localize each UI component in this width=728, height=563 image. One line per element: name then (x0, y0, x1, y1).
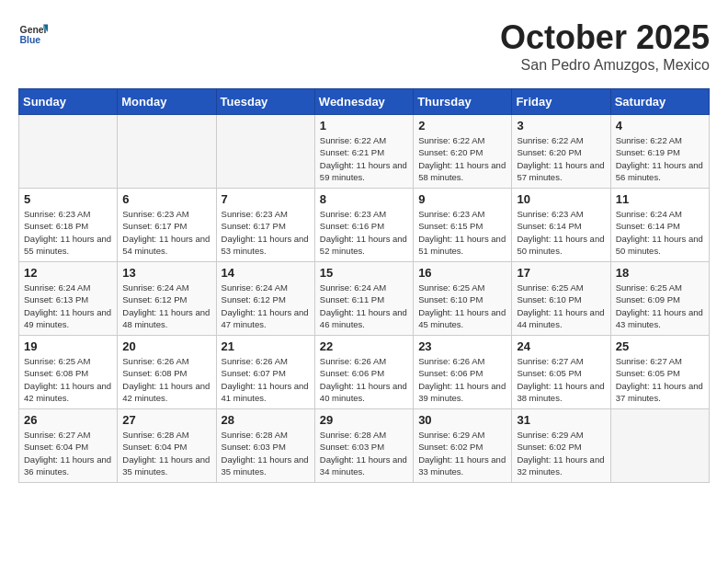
day-number: 24 (517, 339, 605, 353)
day-info: Sunrise: 6:25 AM Sunset: 6:10 PM Dayligh… (517, 282, 605, 330)
day-info: Sunrise: 6:22 AM Sunset: 6:20 PM Dayligh… (517, 134, 605, 183)
day-number: 28 (222, 413, 310, 427)
day-number: 19 (24, 339, 112, 353)
day-info: Sunrise: 6:22 AM Sunset: 6:19 PM Dayligh… (616, 134, 704, 183)
weekday-tuesday: Tuesday (216, 89, 314, 115)
page-header: General Blue October 2025 San Pedro Amuz… (18, 18, 710, 74)
calendar-week-3: 12Sunrise: 6:24 AM Sunset: 6:13 PM Dayli… (19, 262, 710, 336)
day-number: 8 (320, 192, 408, 206)
day-info: Sunrise: 6:25 AM Sunset: 6:10 PM Dayligh… (418, 282, 506, 330)
calendar-cell: 11Sunrise: 6:24 AM Sunset: 6:14 PM Dayli… (610, 189, 709, 262)
calendar-cell: 12Sunrise: 6:24 AM Sunset: 6:13 PM Dayli… (19, 262, 118, 336)
day-number: 25 (616, 339, 704, 353)
calendar-cell: 20Sunrise: 6:26 AM Sunset: 6:08 PM Dayli… (118, 336, 216, 409)
day-number: 4 (616, 119, 704, 132)
weekday-header-row: SundayMondayTuesdayWednesdayThursdayFrid… (19, 89, 710, 115)
day-number: 6 (122, 192, 210, 206)
day-info: Sunrise: 6:27 AM Sunset: 6:04 PM Dayligh… (24, 429, 112, 477)
calendar-cell: 16Sunrise: 6:25 AM Sunset: 6:10 PM Dayli… (414, 262, 512, 336)
logo-icon: General Blue (18, 18, 48, 48)
day-info: Sunrise: 6:24 AM Sunset: 6:12 PM Dayligh… (122, 282, 210, 330)
day-info: Sunrise: 6:28 AM Sunset: 6:03 PM Dayligh… (222, 429, 310, 477)
day-number: 16 (418, 266, 506, 280)
calendar-cell: 17Sunrise: 6:25 AM Sunset: 6:10 PM Dayli… (512, 262, 610, 336)
day-info: Sunrise: 6:25 AM Sunset: 6:08 PM Dayligh… (24, 355, 112, 404)
day-number: 9 (418, 192, 506, 206)
calendar-cell: 24Sunrise: 6:27 AM Sunset: 6:05 PM Dayli… (512, 336, 610, 409)
day-number: 12 (24, 266, 112, 280)
calendar-cell: 1Sunrise: 6:22 AM Sunset: 6:21 PM Daylig… (314, 115, 413, 189)
calendar-week-2: 5Sunrise: 6:23 AM Sunset: 6:18 PM Daylig… (19, 189, 710, 262)
day-number: 20 (122, 339, 210, 353)
day-info: Sunrise: 6:23 AM Sunset: 6:18 PM Dayligh… (24, 208, 112, 257)
day-info: Sunrise: 6:26 AM Sunset: 6:06 PM Dayligh… (320, 355, 408, 404)
weekday-thursday: Thursday (414, 89, 512, 115)
day-info: Sunrise: 6:23 AM Sunset: 6:16 PM Dayligh… (320, 208, 408, 257)
day-info: Sunrise: 6:23 AM Sunset: 6:17 PM Dayligh… (122, 208, 210, 257)
calendar-cell (216, 115, 314, 189)
day-number: 7 (222, 192, 310, 206)
calendar-cell: 6Sunrise: 6:23 AM Sunset: 6:17 PM Daylig… (118, 189, 216, 262)
day-info: Sunrise: 6:22 AM Sunset: 6:20 PM Dayligh… (418, 134, 506, 183)
day-number: 11 (616, 192, 704, 206)
calendar-body: 1Sunrise: 6:22 AM Sunset: 6:21 PM Daylig… (19, 115, 710, 483)
weekday-friday: Friday (512, 89, 610, 115)
day-number: 15 (320, 266, 408, 280)
weekday-saturday: Saturday (610, 89, 709, 115)
calendar-cell: 31Sunrise: 6:29 AM Sunset: 6:02 PM Dayli… (512, 409, 610, 483)
calendar-cell: 27Sunrise: 6:28 AM Sunset: 6:04 PM Dayli… (118, 409, 216, 483)
day-info: Sunrise: 6:26 AM Sunset: 6:06 PM Dayligh… (418, 355, 506, 404)
calendar-cell: 19Sunrise: 6:25 AM Sunset: 6:08 PM Dayli… (19, 336, 118, 409)
calendar-cell: 10Sunrise: 6:23 AM Sunset: 6:14 PM Dayli… (512, 189, 610, 262)
svg-text:Blue: Blue (20, 35, 41, 45)
calendar-cell: 4Sunrise: 6:22 AM Sunset: 6:19 PM Daylig… (610, 115, 709, 189)
calendar-cell: 7Sunrise: 6:23 AM Sunset: 6:17 PM Daylig… (216, 189, 314, 262)
day-info: Sunrise: 6:23 AM Sunset: 6:15 PM Dayligh… (418, 208, 506, 257)
day-number: 31 (517, 413, 605, 427)
calendar-week-1: 1Sunrise: 6:22 AM Sunset: 6:21 PM Daylig… (19, 115, 710, 189)
day-info: Sunrise: 6:24 AM Sunset: 6:14 PM Dayligh… (616, 208, 704, 257)
calendar-cell: 2Sunrise: 6:22 AM Sunset: 6:20 PM Daylig… (414, 115, 512, 189)
day-number: 1 (320, 119, 408, 132)
calendar-cell: 15Sunrise: 6:24 AM Sunset: 6:11 PM Dayli… (314, 262, 413, 336)
day-info: Sunrise: 6:28 AM Sunset: 6:04 PM Dayligh… (122, 429, 210, 477)
day-info: Sunrise: 6:29 AM Sunset: 6:02 PM Dayligh… (418, 429, 506, 477)
day-number: 27 (122, 413, 210, 427)
day-number: 3 (517, 119, 605, 132)
calendar-cell: 13Sunrise: 6:24 AM Sunset: 6:12 PM Dayli… (118, 262, 216, 336)
calendar-week-5: 26Sunrise: 6:27 AM Sunset: 6:04 PM Dayli… (19, 409, 710, 483)
day-number: 13 (122, 266, 210, 280)
day-info: Sunrise: 6:27 AM Sunset: 6:05 PM Dayligh… (616, 355, 704, 404)
weekday-wednesday: Wednesday (314, 89, 413, 115)
calendar-cell (118, 115, 216, 189)
weekday-monday: Monday (118, 89, 216, 115)
logo: General Blue (18, 18, 48, 48)
calendar-cell: 25Sunrise: 6:27 AM Sunset: 6:05 PM Dayli… (610, 336, 709, 409)
day-info: Sunrise: 6:22 AM Sunset: 6:21 PM Dayligh… (320, 134, 408, 183)
calendar-cell: 14Sunrise: 6:24 AM Sunset: 6:12 PM Dayli… (216, 262, 314, 336)
day-info: Sunrise: 6:26 AM Sunset: 6:07 PM Dayligh… (222, 355, 310, 404)
calendar-cell (19, 115, 118, 189)
day-number: 18 (616, 266, 704, 280)
day-info: Sunrise: 6:24 AM Sunset: 6:12 PM Dayligh… (222, 282, 310, 330)
day-info: Sunrise: 6:25 AM Sunset: 6:09 PM Dayligh… (616, 282, 704, 330)
day-info: Sunrise: 6:28 AM Sunset: 6:03 PM Dayligh… (320, 429, 408, 477)
calendar-cell: 9Sunrise: 6:23 AM Sunset: 6:15 PM Daylig… (414, 189, 512, 262)
title-block: October 2025 San Pedro Amuzgos, Mexico (500, 18, 710, 74)
day-number: 17 (517, 266, 605, 280)
day-info: Sunrise: 6:23 AM Sunset: 6:14 PM Dayligh… (517, 208, 605, 257)
day-number: 5 (24, 192, 112, 206)
calendar-cell (610, 409, 709, 483)
day-info: Sunrise: 6:27 AM Sunset: 6:05 PM Dayligh… (517, 355, 605, 404)
day-number: 29 (320, 413, 408, 427)
calendar-table: SundayMondayTuesdayWednesdayThursdayFrid… (18, 88, 710, 483)
calendar-cell: 18Sunrise: 6:25 AM Sunset: 6:09 PM Dayli… (610, 262, 709, 336)
calendar-cell: 23Sunrise: 6:26 AM Sunset: 6:06 PM Dayli… (414, 336, 512, 409)
calendar-cell: 3Sunrise: 6:22 AM Sunset: 6:20 PM Daylig… (512, 115, 610, 189)
calendar-cell: 30Sunrise: 6:29 AM Sunset: 6:02 PM Dayli… (414, 409, 512, 483)
month-title: October 2025 (500, 18, 710, 57)
calendar-week-4: 19Sunrise: 6:25 AM Sunset: 6:08 PM Dayli… (19, 336, 710, 409)
day-info: Sunrise: 6:24 AM Sunset: 6:13 PM Dayligh… (24, 282, 112, 330)
calendar-cell: 26Sunrise: 6:27 AM Sunset: 6:04 PM Dayli… (19, 409, 118, 483)
day-number: 2 (418, 119, 506, 132)
